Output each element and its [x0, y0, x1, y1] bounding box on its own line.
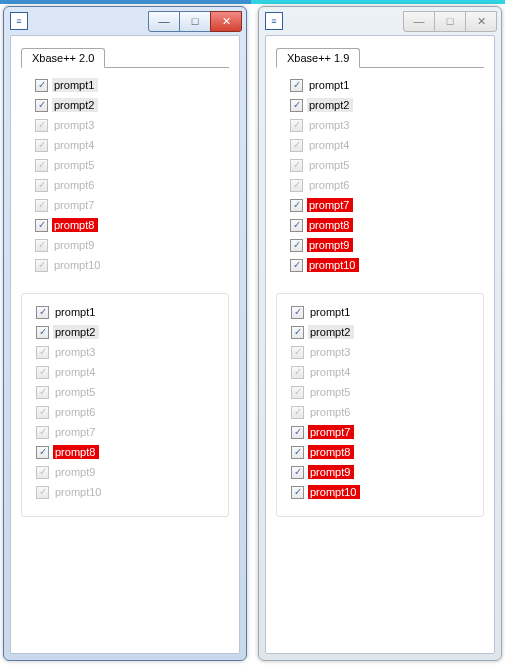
- checkbox-box: ✓: [36, 346, 49, 359]
- checkbox-prompt9[interactable]: ✓prompt9: [290, 235, 484, 255]
- checkbox-box: ✓: [35, 119, 48, 132]
- checkbox-box[interactable]: ✓: [290, 199, 303, 212]
- checkbox-prompt9[interactable]: ✓prompt9: [291, 462, 483, 482]
- checkbox-prompt7[interactable]: ✓prompt7: [290, 195, 484, 215]
- checkbox-box[interactable]: ✓: [290, 219, 303, 232]
- checkbox-box[interactable]: ✓: [35, 99, 48, 112]
- minimize-button[interactable]: —: [148, 11, 180, 32]
- checkbox-box: ✓: [35, 179, 48, 192]
- checkbox-label: prompt7: [52, 198, 98, 212]
- checkbox-box: ✓: [35, 259, 48, 272]
- checkbox-label: prompt7: [308, 425, 354, 439]
- tab[interactable]: Xbase++ 1.9: [276, 48, 360, 68]
- checkbox-prompt2[interactable]: ✓prompt2: [291, 322, 483, 342]
- checkbox-box: ✓: [36, 386, 49, 399]
- checkbox-prompt8[interactable]: ✓prompt8: [36, 442, 228, 462]
- checkbox-prompt1[interactable]: ✓prompt1: [290, 75, 484, 95]
- checkbox-label: prompt9: [308, 465, 354, 479]
- checkbox-label: prompt9: [52, 238, 98, 252]
- checkbox-prompt4: ✓prompt4: [36, 362, 228, 382]
- checkbox-label: prompt9: [307, 238, 353, 252]
- checkbox-label: prompt6: [52, 178, 98, 192]
- checkbox-prompt5: ✓prompt5: [35, 155, 229, 175]
- window-right[interactable]: ≡—□✕Xbase++ 1.9✓prompt1✓prompt2✓prompt3✓…: [258, 6, 502, 661]
- checkbox-prompt2[interactable]: ✓prompt2: [36, 322, 228, 342]
- checkbox-label: prompt7: [53, 425, 99, 439]
- checkbox-prompt9: ✓prompt9: [36, 462, 228, 482]
- checkbox-box[interactable]: ✓: [35, 79, 48, 92]
- titlebar[interactable]: ≡—□✕: [4, 7, 246, 35]
- checkbox-box[interactable]: ✓: [291, 426, 304, 439]
- checkbox-prompt7[interactable]: ✓prompt7: [291, 422, 483, 442]
- checkbox-prompt6: ✓prompt6: [291, 402, 483, 422]
- checkbox-prompt9: ✓prompt9: [35, 235, 229, 255]
- checkbox-prompt8[interactable]: ✓prompt8: [291, 442, 483, 462]
- titlebar[interactable]: ≡—□✕: [259, 7, 501, 35]
- checkbox-box[interactable]: ✓: [291, 326, 304, 339]
- client-area: Xbase++ 2.0✓prompt1✓prompt2✓prompt3✓prom…: [10, 35, 240, 654]
- checkbox-box[interactable]: ✓: [290, 259, 303, 272]
- checkbox-prompt3: ✓prompt3: [290, 115, 484, 135]
- checkbox-prompt2[interactable]: ✓prompt2: [290, 95, 484, 115]
- checkbox-prompt6: ✓prompt6: [35, 175, 229, 195]
- checkbox-prompt3: ✓prompt3: [35, 115, 229, 135]
- checkbox-label: prompt10: [52, 258, 104, 272]
- checkbox-label: prompt8: [53, 445, 99, 459]
- tab-body: ✓prompt1✓prompt2✓prompt3✓prompt4✓prompt5…: [276, 67, 484, 517]
- checkbox-prompt2[interactable]: ✓prompt2: [35, 95, 229, 115]
- checkbox-box[interactable]: ✓: [36, 326, 49, 339]
- group-0: ✓prompt1✓prompt2✓prompt3✓prompt4✓prompt5…: [276, 75, 484, 275]
- client-area: Xbase++ 1.9✓prompt1✓prompt2✓prompt3✓prom…: [265, 35, 495, 654]
- checkbox-box[interactable]: ✓: [36, 446, 49, 459]
- group-1: ✓prompt1✓prompt2✓prompt3✓prompt4✓prompt5…: [276, 293, 484, 517]
- checkbox-box[interactable]: ✓: [291, 306, 304, 319]
- checkbox-prompt10: ✓prompt10: [35, 255, 229, 275]
- checkbox-box: ✓: [36, 366, 49, 379]
- checkbox-prompt1[interactable]: ✓prompt1: [36, 302, 228, 322]
- checkbox-label: prompt8: [307, 218, 353, 232]
- minimize-button[interactable]: —: [403, 11, 435, 32]
- checkbox-label: prompt4: [308, 365, 354, 379]
- app-icon: ≡: [265, 12, 283, 30]
- checkbox-box[interactable]: ✓: [291, 466, 304, 479]
- tab-strip: Xbase++ 1.9: [276, 46, 484, 68]
- checkbox-prompt10[interactable]: ✓prompt10: [291, 482, 483, 502]
- checkbox-prompt5: ✓prompt5: [290, 155, 484, 175]
- checkbox-prompt3: ✓prompt3: [291, 342, 483, 362]
- checkbox-label: prompt10: [307, 258, 359, 272]
- checkbox-box[interactable]: ✓: [290, 99, 303, 112]
- checkbox-prompt4: ✓prompt4: [35, 135, 229, 155]
- checkbox-box[interactable]: ✓: [290, 239, 303, 252]
- checkbox-prompt8[interactable]: ✓prompt8: [290, 215, 484, 235]
- close-button[interactable]: ✕: [465, 11, 497, 32]
- checkbox-label: prompt3: [52, 118, 98, 132]
- close-button[interactable]: ✕: [210, 11, 242, 32]
- maximize-button[interactable]: □: [434, 11, 466, 32]
- group-0: ✓prompt1✓prompt2✓prompt3✓prompt4✓prompt5…: [21, 75, 229, 275]
- checkbox-box: ✓: [35, 159, 48, 172]
- tab[interactable]: Xbase++ 2.0: [21, 48, 105, 68]
- checkbox-prompt6: ✓prompt6: [290, 175, 484, 195]
- checkbox-prompt7: ✓prompt7: [36, 422, 228, 442]
- window-left[interactable]: ≡—□✕Xbase++ 2.0✓prompt1✓prompt2✓prompt3✓…: [3, 6, 247, 661]
- checkbox-prompt1[interactable]: ✓prompt1: [35, 75, 229, 95]
- checkbox-box[interactable]: ✓: [36, 306, 49, 319]
- checkbox-box: ✓: [290, 159, 303, 172]
- checkbox-label: prompt2: [307, 98, 353, 112]
- checkbox-prompt4: ✓prompt4: [291, 362, 483, 382]
- checkbox-label: prompt9: [53, 465, 99, 479]
- checkbox-label: prompt2: [308, 325, 354, 339]
- maximize-button[interactable]: □: [179, 11, 211, 32]
- checkbox-prompt3: ✓prompt3: [36, 342, 228, 362]
- checkbox-box: ✓: [291, 366, 304, 379]
- checkbox-label: prompt1: [307, 78, 353, 92]
- checkbox-box[interactable]: ✓: [35, 219, 48, 232]
- tab-body: ✓prompt1✓prompt2✓prompt3✓prompt4✓prompt5…: [21, 67, 229, 517]
- checkbox-prompt10[interactable]: ✓prompt10: [290, 255, 484, 275]
- checkbox-box[interactable]: ✓: [290, 79, 303, 92]
- checkbox-box[interactable]: ✓: [291, 486, 304, 499]
- checkbox-box[interactable]: ✓: [291, 446, 304, 459]
- checkbox-label: prompt8: [52, 218, 98, 232]
- checkbox-prompt1[interactable]: ✓prompt1: [291, 302, 483, 322]
- checkbox-prompt8[interactable]: ✓prompt8: [35, 215, 229, 235]
